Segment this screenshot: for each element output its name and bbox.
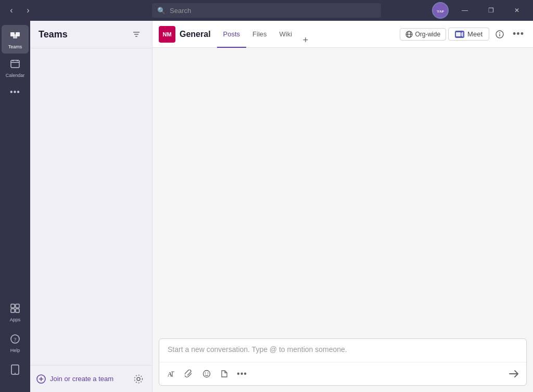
channel-avatar-initials: NM	[162, 31, 171, 37]
svg-point-37	[205, 373, 206, 374]
apps-label: Apps	[10, 317, 21, 322]
join-team-label: Join or create a team	[50, 375, 113, 383]
message-input[interactable]: Start a new conversation. Type @ to ment…	[159, 339, 526, 362]
apps-icon	[10, 303, 20, 316]
calendar-icon	[10, 59, 20, 72]
forward-button[interactable]: ›	[21, 3, 35, 18]
mobile-icon	[11, 364, 19, 377]
channel-more-button[interactable]: •••	[510, 26, 527, 43]
nav-controls: ‹ ›	[4, 3, 35, 18]
tab-posts[interactable]: Posts	[217, 21, 247, 48]
main-content: NM General Posts Files Wiki +	[153, 21, 533, 392]
more-dots: •••	[513, 29, 524, 40]
message-input-area: Start a new conversation. Type @ to ment…	[159, 338, 527, 386]
svg-rect-5	[11, 60, 19, 68]
app-layout: Teams Calendar •••	[0, 21, 533, 392]
settings-button[interactable]	[131, 372, 146, 386]
svg-point-24	[135, 375, 143, 383]
meet-icon	[455, 31, 464, 38]
svg-point-38	[208, 373, 209, 374]
org-wide-button[interactable]: Org-wide	[400, 28, 446, 41]
sidebar-item-mobile[interactable]	[2, 360, 29, 383]
channel-header: NM General Posts Files Wiki +	[153, 21, 533, 48]
channel-info-button[interactable]	[491, 26, 508, 43]
more-dots-msg: •••	[237, 369, 247, 378]
help-icon: ?	[10, 334, 20, 347]
message-placeholder: Start a new conversation. Type @ to ment…	[168, 345, 347, 354]
teams-content	[30, 48, 152, 392]
attach-button[interactable]	[181, 366, 197, 382]
help-label: Help	[10, 348, 20, 353]
tab-files[interactable]: Files	[246, 21, 273, 48]
more-icon: •••	[10, 87, 20, 97]
close-button[interactable]: ✕	[505, 2, 529, 19]
user-avatar[interactable]: TAP	[432, 2, 449, 19]
maximize-button[interactable]: ❐	[479, 2, 503, 19]
channel-avatar: NM	[159, 26, 175, 43]
filter-button[interactable]	[129, 27, 144, 42]
channel-name: General	[180, 30, 211, 39]
giphy-button[interactable]	[217, 366, 232, 382]
teams-label: Teams	[8, 44, 22, 49]
bottom-bar: Join or create a team	[30, 365, 152, 392]
svg-rect-10	[16, 304, 19, 308]
emoji-button[interactable]	[199, 366, 214, 382]
format-button[interactable]: A	[163, 366, 179, 382]
svg-rect-4	[13, 34, 17, 38]
svg-rect-9	[11, 304, 15, 308]
svg-text:TAP: TAP	[437, 9, 444, 14]
sidebar-item-more[interactable]: •••	[2, 83, 29, 102]
svg-marker-29	[461, 32, 463, 37]
more-options-button[interactable]: •••	[234, 366, 250, 382]
teams-icon	[9, 29, 21, 43]
svg-rect-28	[456, 32, 461, 36]
svg-text:?: ?	[14, 336, 17, 343]
meet-button[interactable]: Meet	[448, 28, 489, 41]
join-team-button[interactable]: Join or create a team	[36, 374, 127, 384]
teams-title: Teams	[39, 29, 68, 40]
channel-tabs: Posts Files Wiki +	[217, 21, 396, 47]
minimize-button[interactable]: —	[453, 2, 477, 19]
chat-area[interactable]	[153, 48, 533, 338]
sidebar-item-calendar[interactable]: Calendar	[2, 55, 29, 82]
back-button[interactable]: ‹	[4, 3, 19, 18]
svg-rect-12	[16, 309, 19, 312]
svg-point-16	[15, 373, 16, 374]
title-bar: ‹ › 🔍 TAP — ❐ ✕	[0, 0, 533, 21]
sidebar-item-help[interactable]: ? Help	[2, 330, 29, 357]
calendar-label: Calendar	[6, 73, 25, 78]
teams-panel: Teams Join or create a team	[30, 21, 153, 392]
search-bar[interactable]: 🔍	[152, 3, 381, 18]
add-tab-button[interactable]: +	[298, 33, 313, 47]
tab-wiki[interactable]: Wiki	[273, 21, 299, 48]
search-icon: 🔍	[157, 7, 166, 15]
message-toolbar: A	[159, 362, 526, 385]
svg-rect-11	[11, 309, 15, 312]
avatar-image: TAP	[433, 3, 448, 18]
svg-point-31	[499, 32, 500, 33]
sidebar-bottom: Apps ? Help	[2, 299, 29, 388]
sidebar-item-apps[interactable]: Apps	[2, 299, 29, 326]
sidebar: Teams Calendar •••	[0, 21, 30, 392]
org-wide-label: Org-wide	[415, 31, 440, 38]
title-bar-right: TAP — ❐ ✕	[432, 2, 529, 19]
svg-point-36	[204, 371, 210, 377]
svg-point-23	[137, 377, 140, 381]
meet-label: Meet	[467, 30, 483, 38]
sidebar-item-teams[interactable]: Teams	[2, 25, 29, 54]
channel-actions: Org-wide Meet	[400, 26, 527, 43]
send-button[interactable]	[505, 365, 522, 382]
search-input[interactable]	[170, 7, 376, 15]
teams-header: Teams	[30, 21, 152, 48]
